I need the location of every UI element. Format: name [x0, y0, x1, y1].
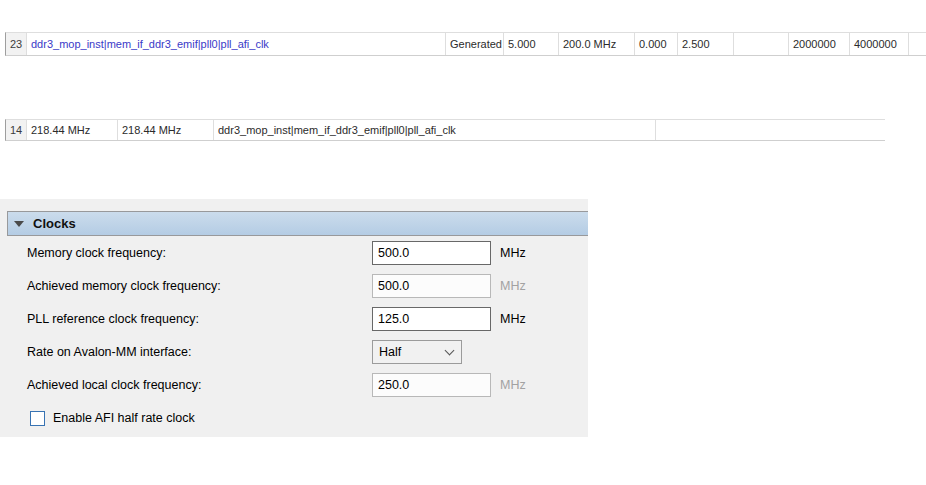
chevron-down-icon [445, 345, 455, 355]
trailing-cell [909, 33, 926, 55]
memory-clock-frequency-unit: MHz [500, 241, 526, 265]
pll-reference-clock-frequency-unit: MHz [500, 307, 526, 331]
clock-name-link[interactable]: ddr3_mop_inst|mem_if_ddr3_emif|pll0|pll_… [31, 38, 269, 50]
pll-reference-clock-frequency-input[interactable] [372, 307, 491, 331]
rise-cell: 0.000 [635, 33, 678, 55]
collapse-triangle-icon[interactable] [14, 221, 24, 227]
duty-end-cell: 4000000 [850, 33, 909, 55]
achieved-local-clock-frequency-input [372, 373, 491, 397]
achieved-local-clock-frequency-label: Achieved local clock frequency: [27, 373, 201, 397]
row-number: 23 [6, 33, 27, 55]
generated-clocks-row[interactable]: 23 ddr3_mop_inst|mem_if_ddr3_emif|pll0|p… [5, 32, 926, 56]
enable-afi-half-rate-clock-row: Enable AFI half rate clock [30, 409, 195, 427]
note-cell [656, 120, 885, 140]
clocks-section-header[interactable]: Clocks [7, 211, 588, 236]
rate-on-avalon-mm-dropdown[interactable]: Half [372, 340, 462, 364]
clock-type-cell: Generated [446, 33, 504, 55]
restricted-fmax-cell: 218.44 MHz [118, 120, 214, 140]
frequency-cell: 200.0 MHz [559, 33, 635, 55]
period-cell: 5.000 [504, 33, 559, 55]
memory-clock-frequency-input[interactable] [372, 241, 491, 265]
section-title: Clocks [33, 216, 76, 231]
achieved-memory-clock-frequency-unit: MHz [500, 274, 526, 298]
dropdown-selected-value: Half [379, 345, 401, 359]
rate-on-avalon-mm-interface-label: Rate on Avalon-MM interface: [27, 340, 191, 364]
fmax-cell: 218.44 MHz [27, 120, 118, 140]
clock-name-cell: ddr3_mop_inst|mem_if_ddr3_emif|pll0|pll_… [27, 33, 446, 55]
empty-cell [734, 33, 789, 55]
row-number: 14 [6, 120, 27, 140]
achieved-memory-clock-frequency-input [372, 274, 491, 298]
achieved-local-clock-frequency-unit: MHz [500, 373, 526, 397]
fall-cell: 2.500 [678, 33, 734, 55]
pll-reference-clock-frequency-label: PLL reference clock frequency: [27, 307, 199, 331]
enable-afi-half-rate-clock-label: Enable AFI half rate clock [53, 411, 195, 425]
enable-afi-half-rate-clock-checkbox[interactable] [30, 411, 45, 426]
duty-start-cell: 2000000 [789, 33, 850, 55]
clock-name-cell: ddr3_mop_inst|mem_if_ddr3_emif|pll0|pll_… [214, 120, 656, 140]
memory-clock-frequency-label: Memory clock frequency: [27, 241, 166, 265]
fmax-summary-row[interactable]: 14 218.44 MHz 218.44 MHz ddr3_mop_inst|m… [5, 119, 885, 141]
achieved-memory-clock-frequency-label: Achieved memory clock frequency: [27, 274, 221, 298]
